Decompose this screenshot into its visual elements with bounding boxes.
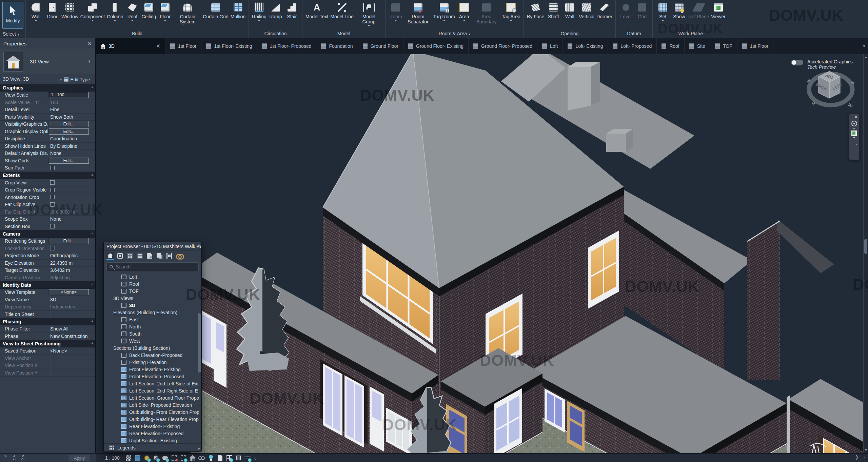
browser-tree-item[interactable]: Rear Elevation- Existing [104,423,201,430]
browser-tree-item[interactable]: Right Section- Existing [104,437,201,443]
ribbon-tool[interactable]: Curtain Grid [202,0,229,19]
ribbon-tool[interactable]: Area Boundary [472,0,501,24]
scroll-up-arrow[interactable] [865,56,867,58]
detail-level-icon[interactable] [125,454,132,462]
property-row[interactable]: View Position Y [0,369,95,377]
groups-icon[interactable] [156,252,163,260]
browser-tree-item[interactable]: Sections (Building Section) [104,344,201,351]
browser-tree-item[interactable]: TOF [104,287,201,295]
tool-dropdown-caret[interactable] [443,20,446,21]
browser-tree-item[interactable]: Roof [104,280,201,287]
property-row[interactable]: View Scale 1 : 100 1 : 100 1 : 100 [0,92,95,99]
property-row[interactable]: Visibility/Graphics O... Edit... Edit...… [0,121,95,128]
ribbon-tool[interactable]: Curtain System [173,0,202,24]
view-tab[interactable]: Ground Floor- Proposed ✕ [469,38,537,54]
ribbon-tool[interactable]: Dormer [595,0,613,19]
browser-tree-item[interactable]: Front Elevation- Existing [104,366,201,373]
collapse-chevron-icon[interactable]: ‹ [254,455,256,461]
browser-tree-item[interactable]: 3D [104,302,201,309]
ribbon-tool[interactable]: Roof [124,0,140,21]
close-icon[interactable]: ✕ [854,115,857,119]
browser-tree-item[interactable]: Existing Elevation [104,359,201,366]
property-edit-button[interactable]: <None> [49,289,89,295]
view-tab[interactable]: 1st Floor- Existing ✕ [201,38,257,54]
ribbon-tool[interactable]: Railing [251,0,268,21]
property-row[interactable]: Rendering Settings Edit... Edit... Edit.… [0,238,95,245]
view-tab[interactable]: 3D ✕ [96,38,165,54]
property-row[interactable]: Graphics [0,84,95,92]
expand-icon[interactable]: ⌄⌄ [855,140,858,145]
shadows-icon[interactable] [152,454,160,462]
browser-tree-item[interactable]: Outbuilding- Front Elevation Prop [104,408,201,416]
view-scale-button[interactable]: 1 : 100 [105,455,120,461]
analytical-model-icon[interactable] [225,454,233,462]
browser-tree-item[interactable]: Back Elevation-Proposed [104,351,201,359]
reveal-hidden-icon[interactable] [198,454,205,462]
edit-type-button[interactable]: Edit Type [64,77,90,82]
property-row[interactable]: Identity Data [0,281,95,289]
property-row[interactable]: Camera [0,230,95,238]
view-tab[interactable]: TOF ✕ [710,38,737,54]
tool-dropdown-caret[interactable] [510,20,512,21]
property-row[interactable]: Scale Value 1: 100 100 100 [0,99,95,106]
property-row[interactable]: Target Elevation 3.6402 m 3.6402 m 3.640… [0,267,95,274]
view-tab[interactable]: 1st Floor ✕ [165,38,201,54]
ribbon-tool[interactable]: Wall [561,0,578,19]
ribbon-tool[interactable]: Room [388,0,404,21]
property-row[interactable]: Far Clip Offset 304.8000 m 304.8000 m 30… [0,208,95,216]
view-tab[interactable]: 1st Floor- Proposed ✕ [257,38,317,54]
property-checkbox[interactable] [50,188,55,192]
property-input[interactable]: 1 : 100 [49,92,89,98]
property-row[interactable]: Phase New Construction New Construction … [0,333,95,340]
property-edit-button[interactable]: Edit... [49,158,89,164]
property-edit-button[interactable]: Edit... [49,121,89,127]
ribbon-tool[interactable]: Floor [157,0,173,21]
browser-tree-item[interactable]: Front Elevation- Proposed [104,373,201,380]
property-row[interactable]: Section Box [0,223,95,230]
property-edit-button[interactable]: Edit... [49,238,89,244]
crop-region-icon[interactable] [180,454,187,462]
property-row[interactable]: Discipline Coordination Coordination Coo… [0,135,95,143]
constraints-icon[interactable] [244,454,251,462]
property-row[interactable]: Extents [0,172,95,179]
ribbon-group-label[interactable]: Build [26,31,249,36]
property-checkbox[interactable] [50,180,55,185]
view-tab[interactable]: 1st Floor ✕ [737,38,773,54]
displace-elements-icon[interactable] [235,454,242,462]
revit-links-icon[interactable] [165,252,173,260]
property-row[interactable]: Projection Mode Orthographic Orthographi… [0,252,95,260]
ribbon-tool[interactable]: By Face [526,0,545,19]
property-row[interactable]: View Template <None> <None> <None> [0,289,95,296]
navigation-bar[interactable]: ✕ ⌄⌄ [849,114,859,160]
view-tab[interactable]: Foundation ✕ [316,38,358,54]
ribbon-tool[interactable]: Tag Area [501,0,521,21]
section-pin-icon[interactable] [91,174,94,176]
browser-tree-item[interactable]: 3D Views [104,295,201,302]
property-row[interactable]: View Position X [0,362,95,369]
temp-view-properties-icon[interactable] [216,454,224,462]
ribbon-tool[interactable]: Set [655,0,671,21]
view-tab[interactable]: Loft ✕ [537,38,563,54]
accelerated-graphics-toggle[interactable] [791,60,803,65]
browser-tree-item[interactable]: Left Section- 2nd Right Side of E [104,387,201,394]
property-row[interactable]: View Name 3D 3D 3D [0,296,95,304]
viewcube[interactable]: TOP BACK LEFT E S N W [804,66,859,113]
ribbon-tool[interactable]: Mullion [230,0,246,19]
temp-hide-isolate-icon[interactable] [207,454,215,462]
property-row[interactable]: Detail Level Fine Fine Fine [0,106,95,114]
close-icon[interactable]: ✕ [87,41,92,47]
tool-dropdown-caret[interactable] [131,20,134,21]
section-pin-icon[interactable] [91,284,94,286]
ribbon-tool[interactable]: Ceiling [140,0,157,19]
property-row[interactable]: Scope Box None None None [0,216,95,223]
apply-button[interactable]: Apply [68,455,91,461]
property-row[interactable]: Title on Sheet [0,311,95,318]
ribbon-tool[interactable]: Model Line [329,0,355,19]
property-row[interactable]: Far Clip Active [0,201,95,208]
view-tab[interactable]: Site ✕ [685,38,710,54]
sun-path-icon[interactable] [143,454,151,462]
ribbon-tool[interactable]: Viewer [710,0,727,19]
property-row[interactable]: Parts Visibility Show Both Show Both Sho… [0,114,95,121]
property-row[interactable]: View Anchor [0,355,95,362]
instance-name[interactable]: 3D View: 3D [3,76,58,83]
